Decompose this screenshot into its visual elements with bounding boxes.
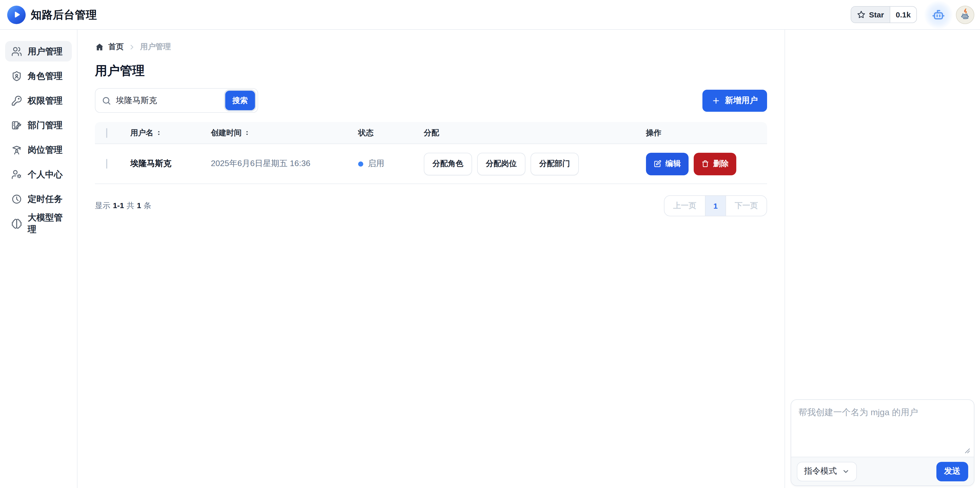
sidebar-item-profile[interactable]: 个人中心 <box>5 164 72 185</box>
brain-icon <box>11 218 22 229</box>
next-page-button[interactable]: 下一页 <box>726 196 767 216</box>
sidebar-item-positions[interactable]: 岗位管理 <box>5 139 72 160</box>
column-header-assign: 分配 <box>424 128 646 138</box>
table-footer: 显示 1-1 共 1 条 上一页 1 下一页 <box>95 195 767 216</box>
table-header-row: 用户名 创建时间 状态 分配 操作 <box>95 122 767 144</box>
header-actions: Star 0.1k <box>850 0 974 29</box>
play-icon <box>12 10 21 19</box>
column-label: 创建时间 <box>211 128 242 138</box>
summary-range: 1-1 <box>113 201 124 210</box>
send-button[interactable]: 发送 <box>936 462 968 481</box>
table-row: 埃隆马斯克 2025年6月6日星期五 16:36 启用 分配角色 分配岗位 分配… <box>95 144 767 184</box>
prev-page-button[interactable]: 上一页 <box>665 196 705 216</box>
edit-pen-icon <box>654 160 661 168</box>
app-title: 知路后台管理 <box>31 8 97 22</box>
summary-total-label: 共 <box>126 201 134 211</box>
clock-icon <box>11 193 22 204</box>
sidebar-item-label: 定时任务 <box>28 193 63 205</box>
breadcrumb: 首页 用户管理 <box>95 42 767 52</box>
sort-icon <box>244 130 250 136</box>
results-summary: 显示 1-1 共 1 条 <box>95 201 151 211</box>
sidebar-item-departments[interactable]: 部门管理 <box>5 115 72 135</box>
sidebar-item-label: 角色管理 <box>28 70 63 82</box>
status-label: 启用 <box>368 158 384 169</box>
search-box: 搜索 <box>95 88 258 113</box>
github-star-button[interactable]: Star 0.1k <box>850 6 917 23</box>
user-avatar[interactable] <box>956 5 974 24</box>
sidebar-item-label: 个人中心 <box>28 168 63 180</box>
cell-username: 埃隆马斯克 <box>130 158 211 169</box>
sidebar-item-label: 大模型管理 <box>28 212 66 235</box>
resize-handle-icon[interactable] <box>965 448 970 454</box>
shield-user-icon <box>11 70 22 81</box>
edit-button[interactable]: 编辑 <box>646 152 689 175</box>
delete-label: 删除 <box>713 159 729 169</box>
status-dot <box>358 161 363 166</box>
chat-footer: 指令模式 发送 <box>791 457 974 485</box>
star-count[interactable]: 0.1k <box>890 7 916 22</box>
java-logo-avatar <box>956 6 974 23</box>
cell-created-time: 2025年6月6日星期五 16:36 <box>211 158 358 169</box>
cell-assign: 分配角色 分配岗位 分配部门 <box>424 152 646 175</box>
cell-actions: 编辑 删除 <box>646 152 767 175</box>
edit-label: 编辑 <box>665 159 681 169</box>
sidebar-nav: 用户管理 角色管理 权限管理 <box>0 30 78 488</box>
mode-select-dropdown[interactable]: 指令模式 <box>797 462 857 481</box>
sort-icon <box>156 130 162 136</box>
department-wrench-icon <box>11 120 22 130</box>
column-header-created[interactable]: 创建时间 <box>211 128 358 138</box>
row-checkbox[interactable] <box>106 158 107 168</box>
add-user-label: 新增用户 <box>725 95 758 106</box>
assign-department-button[interactable]: 分配部门 <box>531 152 579 175</box>
column-label: 用户名 <box>130 128 153 138</box>
sidebar-item-permissions[interactable]: 权限管理 <box>5 90 72 111</box>
search-icon <box>102 96 111 105</box>
delete-button[interactable]: 删除 <box>694 152 736 175</box>
chat-input[interactable] <box>791 400 974 457</box>
trash-icon <box>702 160 709 168</box>
app: 知路后台管理 Star 0.1k <box>0 0 980 488</box>
chevron-right-icon <box>128 43 135 51</box>
app-body: 用户管理 角色管理 权限管理 <box>0 30 980 488</box>
select-all-checkbox[interactable] <box>106 128 107 138</box>
home-icon <box>95 42 104 52</box>
bot-icon <box>931 8 946 22</box>
cell-status: 启用 <box>358 158 424 169</box>
breadcrumb-current: 用户管理 <box>140 42 171 52</box>
sidebar-item-roles[interactable]: 角色管理 <box>5 66 72 86</box>
summary-total: 1 <box>137 201 141 210</box>
search-input[interactable] <box>116 96 221 105</box>
assign-role-button[interactable]: 分配角色 <box>424 152 472 175</box>
breadcrumb-home-link[interactable]: 首页 <box>95 42 124 52</box>
sidebar-item-llm[interactable]: 大模型管理 <box>5 213 72 234</box>
sidebar-item-label: 岗位管理 <box>28 144 63 155</box>
chat-input-area <box>791 400 974 457</box>
plus-icon <box>712 96 721 105</box>
app-logo <box>7 5 25 24</box>
star-icon <box>857 10 865 19</box>
key-icon <box>11 95 22 106</box>
add-user-button[interactable]: 新增用户 <box>702 89 767 111</box>
sidebar-item-label: 部门管理 <box>28 119 63 131</box>
column-header-username[interactable]: 用户名 <box>130 128 211 138</box>
summary-unit: 条 <box>144 201 151 211</box>
page-number-button[interactable]: 1 <box>705 196 726 216</box>
sidebar-item-label: 用户管理 <box>28 45 63 57</box>
summary-show: 显示 <box>95 201 110 211</box>
column-header-status: 状态 <box>358 128 424 138</box>
chat-card: 指令模式 发送 <box>791 399 974 486</box>
top-header: 知路后台管理 Star 0.1k <box>0 0 980 30</box>
chevron-down-icon <box>842 467 850 475</box>
sidebar-item-scheduled-tasks[interactable]: 定时任务 <box>5 189 72 209</box>
assistant-bot-button[interactable] <box>924 0 953 29</box>
sidebar-item-label: 权限管理 <box>28 95 63 106</box>
search-button[interactable]: 搜索 <box>225 91 255 110</box>
user-gear-icon <box>11 169 22 180</box>
toolbar: 搜索 新增用户 <box>95 88 767 113</box>
pagination: 上一页 1 下一页 <box>664 195 767 216</box>
breadcrumb-home-label: 首页 <box>108 42 124 52</box>
sidebar-item-users[interactable]: 用户管理 <box>5 41 72 62</box>
star-segment[interactable]: Star <box>851 7 890 22</box>
main-content: 首页 用户管理 用户管理 搜索 新增用户 <box>78 30 784 488</box>
assign-position-button[interactable]: 分配岗位 <box>477 152 525 175</box>
